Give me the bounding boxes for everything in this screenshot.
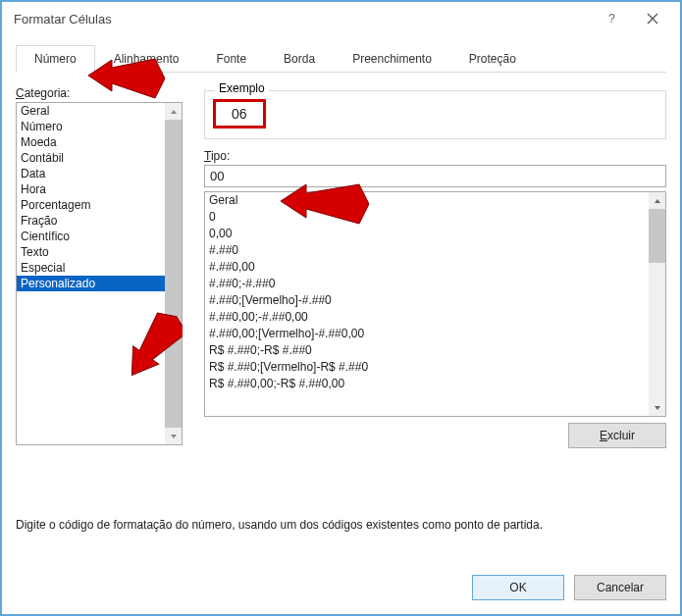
tab-fonte[interactable]: Fonte xyxy=(197,45,265,73)
format-item[interactable]: R$ #.##0;-R$ #.##0 xyxy=(205,342,649,359)
category-item[interactable]: Data xyxy=(17,166,165,181)
category-item[interactable]: Especial xyxy=(17,260,165,276)
format-item[interactable]: 0,00 xyxy=(205,226,649,242)
scroll-up-icon[interactable] xyxy=(649,192,665,209)
format-item[interactable]: R$ #.##0;[Vermelho]-R$ #.##0 xyxy=(205,359,649,376)
category-item[interactable]: Moeda xyxy=(17,134,165,150)
tab-numero[interactable]: Número xyxy=(16,45,95,73)
delete-button[interactable]: Excluir xyxy=(568,423,666,448)
example-value: 06 xyxy=(213,99,266,128)
titlebar: Formatar Células ? xyxy=(2,2,680,35)
hint-text: Digite o código de formatação do número,… xyxy=(16,518,543,532)
scrollbar[interactable] xyxy=(165,103,182,444)
category-item[interactable]: Personalizado xyxy=(17,276,165,291)
label-tipo: Tipo: xyxy=(204,149,666,163)
format-item[interactable]: Geral xyxy=(205,192,649,209)
close-button[interactable] xyxy=(633,5,672,32)
svg-text:?: ? xyxy=(608,12,615,26)
svg-marker-3 xyxy=(171,110,177,114)
format-listbox[interactable]: Geral00,00#.##0#.##0,00#.##0;-#.##0#.##0… xyxy=(204,191,666,417)
format-item[interactable]: #.##0,00 xyxy=(205,259,649,276)
category-item[interactable]: Hora xyxy=(17,181,165,197)
category-listbox[interactable]: GeralNúmeroMoedaContábilDataHoraPorcenta… xyxy=(16,102,183,445)
help-button[interactable]: ? xyxy=(594,5,633,32)
label-categoria: Categoria: xyxy=(16,86,183,100)
cancel-button[interactable]: Cancelar xyxy=(574,575,666,600)
type-input[interactable] xyxy=(204,165,666,187)
category-item[interactable]: Texto xyxy=(17,244,165,260)
tab-bar: Número Alinhamento Fonte Borda Preenchim… xyxy=(16,45,666,73)
example-group: Exemplo 06 xyxy=(204,90,666,139)
format-item[interactable]: #.##0;-#.##0 xyxy=(205,276,649,292)
scroll-down-icon[interactable] xyxy=(649,399,665,416)
category-item[interactable]: Contábil xyxy=(17,150,165,166)
tab-protecao[interactable]: Proteção xyxy=(450,45,535,73)
format-item[interactable]: R$ #.##0,00;-R$ #.##0,00 xyxy=(205,376,649,392)
category-item[interactable]: Científico xyxy=(17,229,165,244)
scroll-up-icon[interactable] xyxy=(165,103,182,120)
ok-button[interactable]: OK xyxy=(472,575,564,600)
format-item[interactable]: 0 xyxy=(205,209,649,226)
category-item[interactable]: Geral xyxy=(17,103,165,119)
svg-marker-5 xyxy=(655,199,660,203)
category-item[interactable]: Número xyxy=(17,119,165,134)
help-icon: ? xyxy=(608,12,618,26)
format-item[interactable]: #.##0,00;-#.##0,00 xyxy=(205,309,649,326)
scroll-down-icon[interactable] xyxy=(165,428,182,444)
close-icon xyxy=(647,13,658,25)
category-item[interactable]: Porcentagem xyxy=(17,197,165,213)
tab-preenchimento[interactable]: Preenchimento xyxy=(334,45,450,73)
window-title: Formatar Células xyxy=(14,12,594,26)
label-exemplo: Exemplo xyxy=(215,81,269,95)
svg-marker-4 xyxy=(171,435,177,438)
tab-alinhamento[interactable]: Alinhamento xyxy=(95,45,198,73)
format-item[interactable]: #.##0,00;[Vermelho]-#.##0,00 xyxy=(205,326,649,342)
svg-marker-6 xyxy=(655,406,660,410)
category-item[interactable]: Fração xyxy=(17,213,165,229)
format-item[interactable]: #.##0;[Vermelho]-#.##0 xyxy=(205,292,649,309)
scrollbar[interactable] xyxy=(649,192,665,416)
tab-borda[interactable]: Borda xyxy=(265,45,334,73)
format-item[interactable]: #.##0 xyxy=(205,242,649,259)
dialog-format-cells: Formatar Células ? Número Alinhamento Fo… xyxy=(0,0,682,616)
